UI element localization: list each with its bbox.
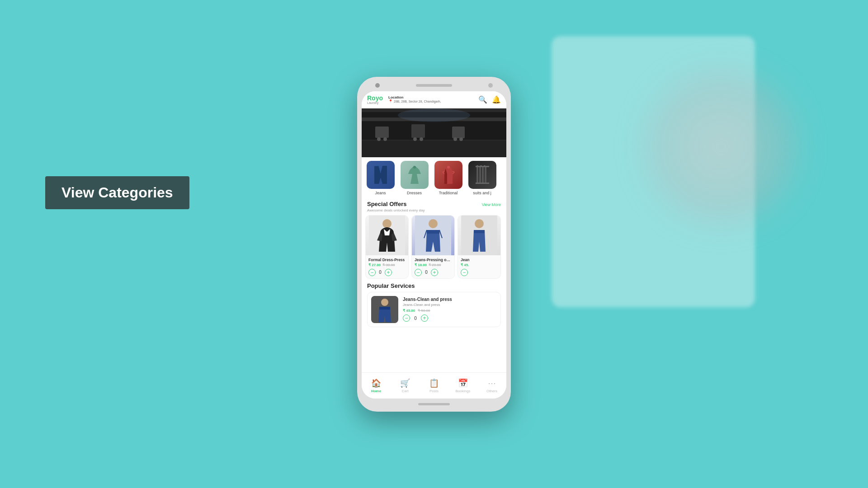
svg-rect-17	[476, 167, 478, 183]
special-offers-subtitle: Awesome deals unlocked every day	[362, 208, 506, 212]
category-traditional-label: Traditional	[439, 191, 458, 195]
category-dresses[interactable]: Dresses	[397, 161, 431, 195]
offer-info-0: Formal Dress-Press ₹ 27.00 ₹ 30.00 − 0 +	[366, 255, 408, 278]
service-card-0: Jeans-Clean and press Jeans-Clean and pr…	[367, 292, 501, 327]
svg-rect-9	[452, 127, 465, 138]
svg-rect-18	[479, 167, 481, 183]
qty-minus-1[interactable]: −	[415, 269, 422, 276]
special-offers-title: Special Offers	[367, 201, 406, 207]
offer-info-1: Jeans-Pressing only ₹ 18.00 ₹ 20.00 − 0 …	[412, 255, 454, 278]
svg-point-5	[383, 137, 387, 141]
phone-screen: Royo Laundry Location 📍 28B, 28B, Sector…	[362, 91, 506, 399]
phone-top-bar	[362, 83, 506, 88]
svg-point-11	[459, 137, 463, 141]
service-img-0	[371, 296, 398, 323]
service-qty-plus-0[interactable]: +	[421, 314, 428, 322]
svg-rect-22	[476, 183, 489, 184]
others-icon: ⋯	[488, 378, 496, 388]
view-categories-label: View Categories	[45, 176, 189, 209]
logo-sub: Laundry	[367, 101, 383, 104]
category-jeans[interactable]: Jeans	[363, 161, 397, 195]
service-desc-0: Jeans-Clean and press	[403, 303, 497, 307]
qty-minus-2[interactable]: −	[461, 269, 468, 276]
service-qty-val-0: 0	[414, 316, 417, 321]
service-price-new-0: ₹ 45.00	[403, 309, 415, 313]
location-title: Location	[388, 95, 441, 99]
offer-prices-2: ₹ 45.	[461, 263, 498, 267]
search-icon[interactable]: 🔍	[478, 95, 487, 104]
offer-card-1: Jeans-Pressing only ₹ 18.00 ₹ 20.00 − 0 …	[411, 215, 455, 279]
svg-point-15	[413, 166, 416, 169]
header-icons: 🔍 🔔	[478, 95, 501, 104]
category-traditional[interactable]: Traditional	[431, 161, 465, 195]
qty-control-2: −	[461, 269, 498, 276]
qty-control-1: − 0 +	[415, 269, 452, 276]
phone-speaker	[416, 84, 452, 87]
svg-rect-30	[474, 230, 485, 233]
service-qty-minus-0[interactable]: −	[403, 314, 410, 322]
offer-card-0: Formal Dress-Press ₹ 27.00 ₹ 30.00 − 0 +	[365, 215, 409, 279]
service-price-old-0: ₹ 50.00	[418, 309, 430, 313]
nav-cart[interactable]: 🛒 Cart	[391, 376, 420, 395]
logo-brand: Royo	[367, 95, 383, 101]
svg-rect-19	[482, 167, 484, 183]
logo-area: Royo Laundry Location 📍 28B, 28B, Sector…	[367, 95, 441, 104]
nav-bookings-label: Bookings	[456, 389, 471, 393]
service-prices-0: ₹ 45.00 ₹ 50.00	[403, 309, 497, 313]
offer-name-0: Formal Dress-Press	[368, 258, 406, 262]
service-info-0: Jeans-Clean and press Jeans-Clean and pr…	[403, 297, 497, 322]
category-suits[interactable]: suits and j	[465, 161, 499, 195]
category-dresses-img	[401, 161, 429, 189]
qty-plus-1[interactable]: +	[431, 269, 438, 276]
nav-cart-label: Cart	[401, 389, 408, 393]
location-block: Location 📍 28B, 28B, Sector 28, Chandiga…	[388, 95, 441, 103]
location-address: 📍 28B, 28B, Sector 28, Chandigarh,	[388, 99, 441, 103]
category-jeans-img	[367, 161, 395, 189]
nav-others[interactable]: ⋯ Others	[477, 376, 506, 395]
logo-block: Royo Laundry	[367, 95, 383, 104]
nav-posts[interactable]: 📋 Posts	[420, 376, 448, 395]
nav-home[interactable]: 🏠 Home	[362, 376, 391, 395]
phone-bottom-bar	[362, 403, 506, 405]
phone-home-indicator	[418, 403, 450, 405]
svg-point-4	[377, 137, 381, 141]
app-content: Jeans Dresses	[362, 108, 506, 368]
offer-name-1: Jeans-Pressing only	[415, 258, 452, 262]
phone-sensor	[488, 83, 493, 88]
svg-point-26	[429, 219, 438, 228]
categories-row: Jeans Dresses	[362, 157, 506, 197]
svg-rect-21	[476, 166, 489, 167]
posts-icon: 📋	[429, 378, 439, 388]
bg-washer	[642, 68, 800, 226]
popular-services-section: Popular Services Jea	[362, 279, 506, 327]
offer-price-new-1: ₹ 18.00	[415, 263, 427, 267]
qty-minus-0[interactable]: −	[368, 269, 376, 276]
svg-point-16	[447, 166, 450, 169]
nav-bookings[interactable]: 📅 Bookings	[448, 376, 477, 395]
qty-control-0: − 0 +	[368, 269, 406, 276]
banner-image	[362, 108, 506, 157]
svg-rect-33	[379, 307, 390, 310]
category-jeans-label: Jeans	[375, 191, 386, 195]
svg-rect-3	[375, 127, 389, 138]
special-offers-header: Special Offers View More	[362, 197, 506, 208]
category-suits-label: suits and j	[473, 191, 491, 195]
svg-point-7	[413, 137, 417, 141]
popular-services-title: Popular Services	[367, 282, 501, 289]
view-more-button[interactable]: View More	[482, 202, 501, 207]
offer-img-1	[412, 216, 454, 255]
bell-icon[interactable]: 🔔	[492, 95, 501, 104]
offer-card-2: Jean ₹ 45. −	[458, 215, 501, 279]
offer-price-new-0: ₹ 27.00	[368, 263, 381, 267]
qty-plus-0[interactable]: +	[385, 269, 392, 276]
offer-prices-1: ₹ 18.00 ₹ 20.00	[415, 263, 452, 267]
svg-rect-27	[427, 230, 439, 234]
svg-rect-1	[362, 140, 506, 157]
svg-point-10	[453, 137, 457, 141]
offer-info-2: Jean ₹ 45. −	[458, 255, 500, 278]
offer-img-0	[366, 216, 408, 255]
offer-price-new-2: ₹ 45.	[461, 263, 469, 267]
svg-rect-6	[411, 124, 425, 138]
qty-val-0: 0	[378, 270, 382, 275]
phone-device: Royo Laundry Location 📍 28B, 28B, Sector…	[357, 77, 511, 412]
